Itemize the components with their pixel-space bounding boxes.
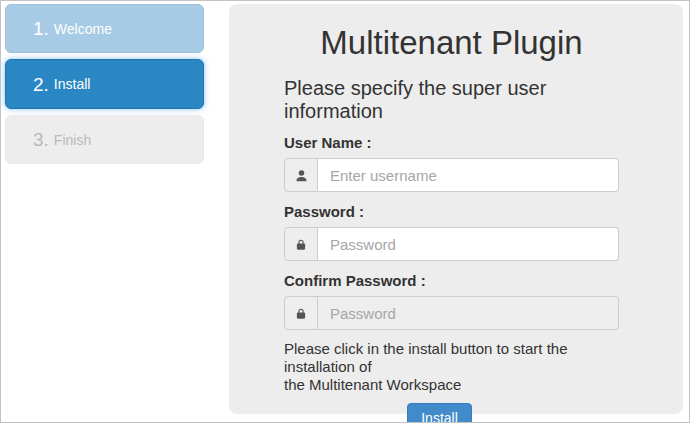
install-note-line1: Please click in the install button to st… xyxy=(284,340,619,376)
install-note-line2: the Multitenant Workspace xyxy=(284,376,619,394)
step-install[interactable]: 2. Install xyxy=(5,59,204,109)
install-note: Please click in the install button to st… xyxy=(284,340,619,394)
installer-window: 1. Welcome 2. Install 3. Finish Multiten… xyxy=(0,0,690,423)
lock-icon xyxy=(284,227,318,261)
step-finish-number: 3. xyxy=(33,130,49,149)
step-install-label: Install xyxy=(54,77,91,91)
password-input-group xyxy=(284,227,619,261)
wizard-step-list: 1. Welcome 2. Install 3. Finish xyxy=(5,4,204,170)
username-input-group xyxy=(284,158,619,192)
step-install-number: 2. xyxy=(33,75,49,94)
step-welcome[interactable]: 1. Welcome xyxy=(5,4,204,53)
confirm-password-input-group xyxy=(284,296,619,330)
page-title: Multitenant Plugin xyxy=(284,25,619,61)
install-panel: Multitenant Plugin Please specify the su… xyxy=(229,4,683,414)
lock-icon xyxy=(284,296,318,330)
step-finish-label: Finish xyxy=(54,133,91,147)
confirm-password-input[interactable] xyxy=(318,296,619,330)
user-icon xyxy=(284,158,318,192)
step-welcome-number: 1. xyxy=(33,19,49,38)
page-subtitle: Please specify the super user informatio… xyxy=(284,77,619,123)
step-welcome-label: Welcome xyxy=(54,22,112,36)
step-finish[interactable]: 3. Finish xyxy=(5,115,204,164)
password-input[interactable] xyxy=(318,227,619,261)
username-label: User Name : xyxy=(284,134,619,151)
confirm-password-label: Confirm Password : xyxy=(284,272,619,289)
install-button-row: Install xyxy=(272,403,607,423)
username-input[interactable] xyxy=(318,158,619,192)
password-label: Password : xyxy=(284,203,619,220)
install-button[interactable]: Install xyxy=(407,403,472,423)
